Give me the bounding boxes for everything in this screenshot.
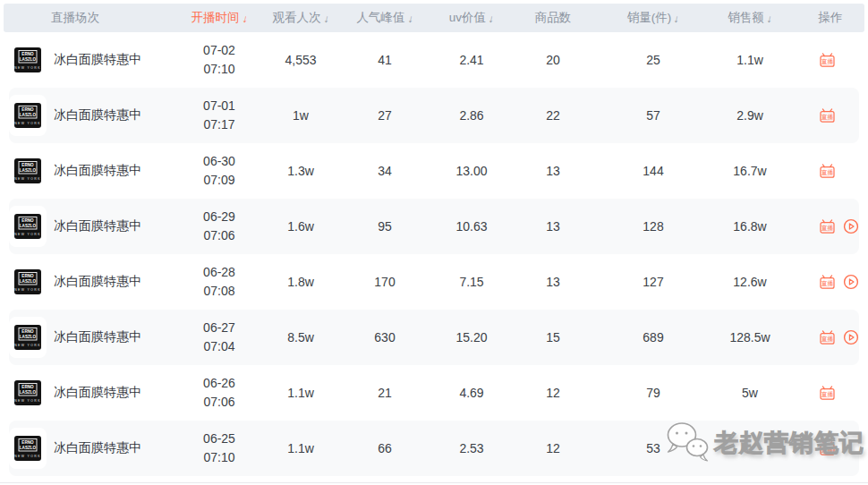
column-header-label: 商品数 (535, 10, 572, 26)
actions-cell: 直播 (793, 108, 868, 123)
column-header-revenue[interactable]: 销售额 ↓ (707, 6, 793, 26)
start-clock: 07:17 (170, 115, 268, 134)
table-row: ERNO LASZLO NEW YORK 冰白面膜特惠中 06-27 07:04… (0, 310, 868, 365)
replay-play-icon[interactable] (843, 329, 859, 345)
products-cell: 22 (506, 108, 600, 123)
sort-descending-icon[interactable]: ↓ (406, 13, 414, 25)
revenue-cell: 16.7w (707, 164, 793, 178)
start-clock: 07:06 (170, 393, 268, 412)
replay-play-icon[interactable] (843, 218, 859, 234)
brand-logo-thumbnail: ERNO LASZLO NEW YORK (14, 380, 41, 405)
live-stream-icon[interactable]: 直播 (820, 386, 835, 400)
products-cell: 12 (506, 386, 600, 400)
sales-cell: 689 (600, 330, 707, 345)
viewers-cell: 1.1w (268, 441, 333, 455)
session-cell: ERNO LASZLO NEW YORK 冰白面膜特惠中 (0, 317, 170, 358)
peak-cell: 66 (333, 441, 437, 455)
session-thumbnail[interactable]: ERNO LASZLO NEW YORK (9, 39, 47, 81)
table-row: ERNO LASZLO NEW YORK 冰白面膜特惠中 06-28 07:08… (0, 254, 868, 310)
revenue-cell: 2.9w (707, 108, 793, 123)
svg-text:直播: 直播 (821, 225, 834, 232)
peak-cell: 27 (333, 108, 437, 123)
column-header-peak[interactable]: 人气峰值 ↓ (333, 6, 437, 26)
actions-cell: 直播 (793, 164, 868, 178)
session-thumbnail[interactable]: ERNO LASZLO NEW YORK (9, 261, 47, 302)
revenue-cell: 128.5w (707, 330, 793, 345)
start-time-cell: 06-25 07:10 (170, 430, 268, 467)
table-header-row: 直播场次 开播时间 ↓ 观看人次 ↓ 人气峰值 ↓ uv价值 ↓ 商品数 销量(… (0, 0, 868, 32)
revenue-cell: 12.6w (707, 275, 793, 289)
live-sessions-page: 直播场次 开播时间 ↓ 观看人次 ↓ 人气峰值 ↓ uv价值 ↓ 商品数 销量(… (0, 0, 868, 485)
column-header-uv_value[interactable]: uv价值 ↓ (437, 6, 506, 26)
session-thumbnail[interactable]: ERNO LASZLO NEW YORK (9, 206, 47, 247)
svg-text:ERNO: ERNO (21, 163, 34, 167)
sort-descending-icon[interactable]: ↓ (673, 13, 681, 25)
table-row: ERNO LASZLO NEW YORK 冰白面膜特惠中 06-26 07:06… (0, 365, 868, 421)
session-thumbnail[interactable]: ERNO LASZLO NEW YORK (9, 428, 47, 469)
start-time-cell: 06-29 07:06 (170, 208, 268, 245)
session-title[interactable]: 冰白面膜特惠中 (54, 385, 141, 401)
svg-text:LASZLO: LASZLO (20, 390, 37, 395)
start-date: 06-28 (170, 263, 268, 282)
session-title[interactable]: 冰白面膜特惠中 (54, 163, 141, 179)
uv-value-cell: 10.63 (437, 219, 506, 234)
column-header-products: 商品数 (506, 6, 600, 26)
column-header-viewers[interactable]: 观看人次 ↓ (268, 6, 333, 26)
svg-text:直播: 直播 (821, 391, 834, 398)
svg-text:ERNO: ERNO (21, 385, 34, 389)
svg-text:LASZLO: LASZLO (20, 335, 37, 339)
svg-text:直播: 直播 (821, 114, 834, 121)
session-title[interactable]: 冰白面膜特惠中 (54, 107, 141, 123)
column-header-start_time[interactable]: 开播时间 ↓ (170, 6, 268, 26)
session-cell: ERNO LASZLO NEW YORK 冰白面膜特惠中 (0, 150, 170, 191)
live-stream-icon[interactable]: 直播 (820, 275, 835, 289)
uv-value-cell: 13.00 (437, 164, 506, 178)
start-clock: 07:09 (170, 171, 268, 190)
actions-cell: 直播 (793, 386, 868, 400)
svg-text:LASZLO: LASZLO (20, 113, 37, 117)
start-time-cell: 07-01 07:17 (170, 97, 268, 134)
session-thumbnail[interactable]: ERNO LASZLO NEW YORK (9, 95, 47, 136)
start-date: 07-01 (170, 97, 268, 115)
sales-cell: 127 (600, 275, 707, 289)
session-title[interactable]: 冰白面膜特惠中 (54, 440, 141, 456)
live-stream-icon[interactable]: 直播 (820, 441, 835, 455)
start-time-cell: 06-28 07:08 (170, 263, 268, 301)
sort-descending-icon[interactable]: ↓ (765, 13, 773, 25)
column-header-sales[interactable]: 销量(件) ↓ (600, 6, 707, 26)
sort-descending-icon[interactable]: ↓ (241, 13, 249, 25)
sales-cell: 25 (600, 53, 707, 67)
session-title[interactable]: 冰白面膜特惠中 (54, 52, 141, 68)
live-stream-icon[interactable]: 直播 (820, 219, 835, 234)
session-thumbnail[interactable]: ERNO LASZLO NEW YORK (9, 317, 47, 358)
session-title[interactable]: 冰白面膜特惠中 (54, 274, 141, 290)
viewers-cell: 1.8w (268, 275, 333, 289)
table-row: ERNO LASZLO NEW YORK 冰白面膜特惠中 06-25 07:10… (0, 421, 868, 476)
session-thumbnail[interactable]: ERNO LASZLO NEW YORK (9, 372, 47, 413)
live-stream-icon[interactable]: 直播 (820, 164, 835, 178)
start-clock: 07:10 (170, 60, 268, 79)
start-date: 06-29 (170, 208, 268, 226)
products-cell: 20 (506, 53, 600, 67)
svg-text:LASZLO: LASZLO (20, 446, 37, 450)
session-cell: ERNO LASZLO NEW YORK 冰白面膜特惠中 (0, 372, 170, 413)
table-body: ERNO LASZLO NEW YORK 冰白面膜特惠中 07-02 07:10… (0, 32, 868, 476)
session-thumbnail[interactable]: ERNO LASZLO NEW YORK (9, 150, 47, 191)
column-header-label: 观看人次 (273, 10, 321, 26)
live-stream-icon[interactable]: 直播 (820, 53, 835, 67)
peak-cell: 41 (333, 53, 437, 67)
column-header-ops: 操作 (793, 6, 868, 26)
session-title[interactable]: 冰白面膜特惠中 (54, 218, 141, 234)
revenue-cell: 5w (707, 386, 793, 400)
svg-text:直播: 直播 (821, 169, 834, 176)
live-stream-icon[interactable]: 直播 (820, 108, 835, 123)
peak-cell: 34 (333, 164, 437, 178)
replay-play-icon[interactable] (843, 274, 859, 290)
sort-descending-icon[interactable]: ↓ (322, 13, 330, 25)
sort-descending-icon[interactable]: ↓ (488, 13, 496, 25)
session-title[interactable]: 冰白面膜特惠中 (54, 329, 141, 345)
live-stream-icon[interactable]: 直播 (820, 330, 835, 345)
svg-text:NEW YORK: NEW YORK (14, 455, 41, 458)
column-header-label: 人气峰值 (357, 10, 405, 26)
svg-text:NEW YORK: NEW YORK (14, 122, 41, 125)
